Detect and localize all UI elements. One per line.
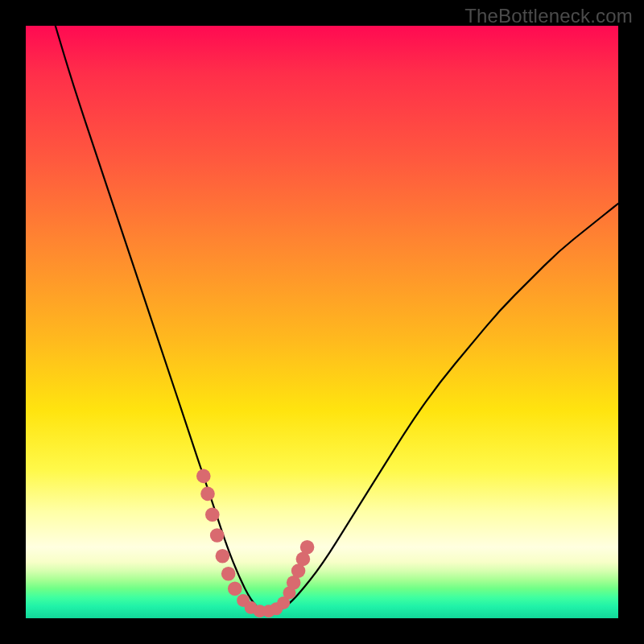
curve-svg — [26, 26, 618, 618]
curve-marker — [210, 528, 225, 543]
curve-marker — [216, 549, 230, 564]
gradient-plot-area — [26, 26, 618, 618]
curve-marker — [300, 540, 315, 555]
curve-marker — [196, 469, 211, 484]
curve-marker — [228, 581, 242, 596]
curve-marker — [205, 507, 220, 522]
bottleneck-curve — [56, 26, 618, 613]
watermark-text: TheBottleneck.com — [464, 5, 633, 27]
curve-marker — [200, 487, 215, 502]
curve-marker — [221, 567, 236, 581]
chart-frame: TheBottleneck.com — [0, 0, 644, 644]
